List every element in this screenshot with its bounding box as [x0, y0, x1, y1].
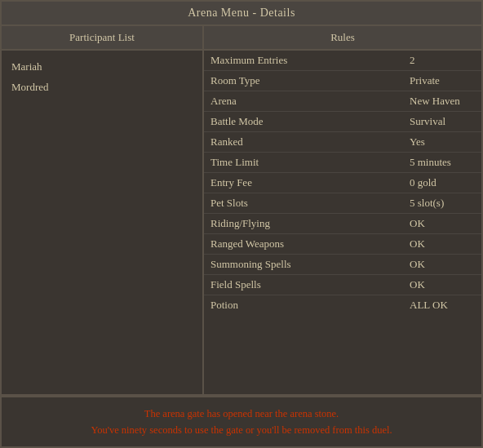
rule-value: 0 gold	[410, 176, 475, 189]
participant-list-header: Participant List	[2, 26, 202, 51]
rules-label: Rules	[330, 31, 355, 43]
participant-item: Mordred	[11, 78, 193, 98]
rule-value: OK	[410, 258, 475, 271]
title-bar: Arena Menu - Details	[2, 2, 481, 26]
rule-row: Battle ModeSurvival	[204, 112, 481, 132]
rule-label: Room Type	[210, 74, 410, 87]
footer-text: The arena gate has opened near the arena…	[15, 406, 468, 438]
main-window: Arena Menu - Details Participant List Ma…	[0, 0, 483, 448]
rule-value: 5 minutes	[410, 156, 475, 169]
rule-label: Pet Slots	[210, 197, 410, 210]
rule-value: OK	[410, 278, 475, 291]
rule-value: New Haven	[410, 95, 475, 108]
rule-label: Potion	[210, 299, 410, 312]
rule-label: Time Limit	[210, 156, 410, 169]
rule-label: Ranged Weapons	[210, 237, 410, 251]
footer-line2: You've ninety seconds to use the gate or…	[15, 422, 468, 438]
rules-header: Rules	[204, 26, 481, 51]
rule-row: Summoning SpellsOK	[204, 255, 481, 275]
rule-label: Battle Mode	[210, 115, 410, 128]
rule-value: ALL OK	[410, 299, 475, 312]
rule-label: Riding/Flying	[210, 217, 410, 230]
footer-line1: The arena gate has opened near the arena…	[15, 406, 468, 422]
footer-area: The arena gate has opened near the arena…	[2, 396, 481, 446]
rule-value: OK	[410, 217, 475, 230]
content-area: Participant List Mariah Mordred Rules Ma…	[2, 26, 481, 396]
rule-row: PotionALL OK	[204, 295, 481, 315]
rule-row: RankedYes	[204, 132, 481, 153]
rule-row: Entry Fee0 gold	[204, 173, 481, 193]
rule-label: Summoning Spells	[210, 258, 410, 271]
rule-value: Private	[410, 74, 475, 87]
rule-row: Pet Slots5 slot(s)	[204, 193, 481, 214]
participant-item: Mariah	[11, 57, 193, 78]
rule-label: Maximum Entries	[210, 54, 410, 67]
rule-row: Riding/FlyingOK	[204, 214, 481, 234]
rule-label: Ranked	[210, 135, 410, 149]
right-panel: Rules Maximum Entries2Room TypePrivateAr…	[204, 26, 481, 394]
rule-value: Survival	[410, 115, 475, 128]
rule-row: Maximum Entries2	[204, 51, 481, 71]
rule-row: ArenaNew Haven	[204, 91, 481, 112]
rule-value: 5 slot(s)	[410, 197, 475, 210]
rule-row: Room TypePrivate	[204, 71, 481, 91]
rule-row: Time Limit5 minutes	[204, 153, 481, 173]
rules-table: Maximum Entries2Room TypePrivateArenaNew…	[204, 51, 481, 394]
left-panel: Participant List Mariah Mordred	[2, 26, 204, 394]
rule-value: OK	[410, 237, 475, 251]
window-title: Arena Menu - Details	[188, 7, 295, 19]
rule-label: Field Spells	[210, 278, 410, 291]
rule-value: Yes	[410, 135, 475, 149]
rule-row: Ranged WeaponsOK	[204, 234, 481, 255]
rule-label: Entry Fee	[210, 176, 410, 189]
rule-label: Arena	[210, 95, 410, 108]
participants-list: Mariah Mordred	[2, 51, 202, 394]
participant-list-label: Participant List	[69, 31, 135, 43]
rule-row: Field SpellsOK	[204, 275, 481, 295]
rule-value: 2	[410, 54, 475, 67]
